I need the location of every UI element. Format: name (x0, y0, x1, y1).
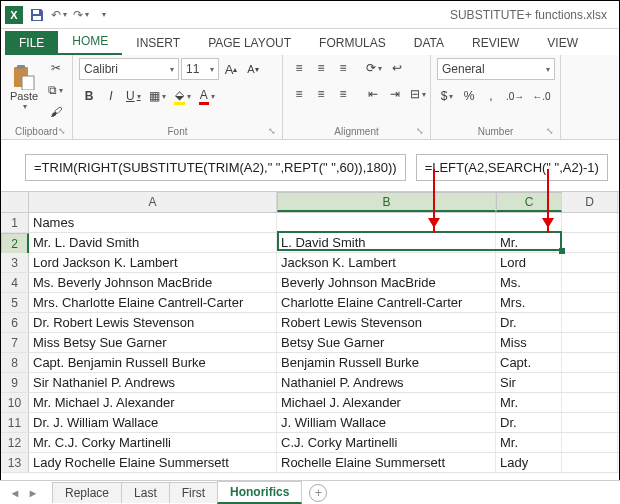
cell[interactable]: Robert Lewis Stevenson (277, 313, 496, 332)
cell[interactable]: Mr. (496, 393, 562, 412)
sheet-tab-honorifics[interactable]: Honorifics (217, 481, 302, 504)
tab-insert[interactable]: INSERT (122, 31, 194, 55)
cell[interactable]: Rochelle Elaine Summersett (277, 453, 496, 472)
increase-decimal-icon[interactable]: .0→ (503, 86, 527, 106)
comma-format-icon[interactable]: , (481, 86, 501, 106)
cell[interactable] (562, 273, 618, 292)
cell[interactable] (562, 313, 618, 332)
sheet-nav-next-icon[interactable]: ► (24, 484, 42, 502)
cell[interactable]: Sir Nathaniel P. Andrews (29, 373, 277, 392)
wrap-text-icon[interactable]: ↩ (387, 58, 407, 78)
tab-view[interactable]: VIEW (533, 31, 592, 55)
increase-indent-icon[interactable]: ⇥ (385, 84, 405, 104)
cell[interactable]: Ms. (496, 273, 562, 292)
row-header[interactable]: 5 (1, 293, 29, 312)
align-top-icon[interactable]: ≡ (289, 58, 309, 78)
cell[interactable]: J. William Wallace (277, 413, 496, 432)
cell[interactable] (562, 353, 618, 372)
cell[interactable]: C.J. Corky Martinelli (277, 433, 496, 452)
cell[interactable]: Mrs. (496, 293, 562, 312)
cell[interactable]: Nathaniel P. Andrews (277, 373, 496, 392)
cell[interactable] (562, 373, 618, 392)
fill-color-icon[interactable]: ⬙▾ (171, 86, 194, 106)
tab-data[interactable]: DATA (400, 31, 458, 55)
cell[interactable] (562, 333, 618, 352)
clipboard-launcher-icon[interactable]: ⤡ (58, 126, 66, 136)
merge-center-icon[interactable]: ⊟▾ (407, 84, 429, 104)
row-header[interactable]: 4 (1, 273, 29, 292)
row-header[interactable]: 11 (1, 413, 29, 432)
cell[interactable] (562, 453, 618, 472)
cell[interactable]: Charlotte Elaine Cantrell-Carter (277, 293, 496, 312)
row-header[interactable]: 1 (1, 213, 29, 232)
cell[interactable]: Sir (496, 373, 562, 392)
cell[interactable]: Lady (496, 453, 562, 472)
row-header[interactable]: 9 (1, 373, 29, 392)
number-launcher-icon[interactable]: ⤡ (546, 126, 554, 136)
row-header[interactable]: 8 (1, 353, 29, 372)
decrease-decimal-icon[interactable]: ←.0 (529, 86, 553, 106)
cell[interactable]: Mrs. Charlotte Elaine Cantrell-Carter (29, 293, 277, 312)
cell[interactable]: Names (29, 213, 277, 232)
cell[interactable]: Miss (496, 333, 562, 352)
cell[interactable]: L. David Smith (277, 233, 496, 252)
cell[interactable]: Dr. (496, 413, 562, 432)
font-launcher-icon[interactable]: ⤡ (268, 126, 276, 136)
cell[interactable]: Mr. C.J. Corky Martinelli (29, 433, 277, 452)
row-header[interactable]: 13 (1, 453, 29, 472)
col-header-A[interactable]: A (29, 192, 277, 212)
increase-font-icon[interactable]: A▴ (221, 59, 241, 79)
font-color-icon[interactable]: A▾ (196, 86, 218, 106)
percent-format-icon[interactable]: % (459, 86, 479, 106)
new-sheet-button[interactable]: + (309, 484, 327, 502)
cell[interactable]: Miss Betsy Sue Garner (29, 333, 277, 352)
cell[interactable]: Benjamin Russell Burke (277, 353, 496, 372)
tab-page-layout[interactable]: PAGE LAYOUT (194, 31, 305, 55)
decrease-font-icon[interactable]: A▾ (243, 59, 263, 79)
align-right-icon[interactable]: ≡ (333, 84, 353, 104)
col-header-B[interactable]: B (277, 192, 496, 212)
cell[interactable] (562, 293, 618, 312)
sheet-tab-first[interactable]: First (169, 482, 218, 503)
align-middle-icon[interactable]: ≡ (311, 58, 331, 78)
save-icon[interactable] (29, 7, 45, 23)
cell[interactable]: Lady Rochelle Elaine Summersett (29, 453, 277, 472)
decrease-indent-icon[interactable]: ⇤ (363, 84, 383, 104)
cell[interactable] (562, 233, 618, 252)
row-header[interactable]: 10 (1, 393, 29, 412)
row-header[interactable]: 6 (1, 313, 29, 332)
italic-button[interactable]: I (101, 86, 121, 106)
number-format-select[interactable]: General▾ (437, 58, 555, 80)
col-header-D[interactable]: D (562, 192, 618, 212)
alignment-launcher-icon[interactable]: ⤡ (416, 126, 424, 136)
cell[interactable] (562, 413, 618, 432)
sheet-nav-prev-icon[interactable]: ◄ (6, 484, 24, 502)
cell[interactable]: Betsy Sue Garner (277, 333, 496, 352)
format-painter-icon[interactable]: 🖌 (45, 102, 66, 122)
align-center-icon[interactable]: ≡ (311, 84, 331, 104)
undo-icon[interactable]: ↶▾ (51, 7, 67, 23)
cell[interactable] (562, 433, 618, 452)
row-header[interactable]: 3 (1, 253, 29, 272)
copy-icon[interactable]: ⧉▾ (45, 80, 66, 100)
cell[interactable]: Michael J. Alexander (277, 393, 496, 412)
row-header[interactable]: 2 (1, 233, 29, 255)
cell[interactable]: Dr. J. William Wallace (29, 413, 277, 432)
cell[interactable] (562, 253, 618, 272)
col-header-C[interactable]: C (496, 192, 562, 212)
cell[interactable]: Dr. (496, 313, 562, 332)
fill-handle[interactable] (559, 248, 565, 254)
underline-button[interactable]: U▾ (123, 86, 144, 106)
tab-review[interactable]: REVIEW (458, 31, 533, 55)
font-size-select[interactable]: 11▾ (181, 58, 219, 80)
align-left-icon[interactable]: ≡ (289, 84, 309, 104)
cell[interactable]: Beverly Johnson MacBride (277, 273, 496, 292)
cell[interactable]: Lord Jackson K. Lambert (29, 253, 277, 272)
row-header[interactable]: 7 (1, 333, 29, 352)
cell[interactable]: Ms. Beverly Johnson MacBride (29, 273, 277, 292)
paste-button[interactable]: Paste ▾ (7, 58, 41, 116)
cell[interactable]: Mr. (496, 233, 562, 252)
qat-customize-icon[interactable]: ▾ (95, 7, 111, 23)
tab-file[interactable]: FILE (5, 31, 58, 55)
cell[interactable]: Dr. Robert Lewis Stevenson (29, 313, 277, 332)
